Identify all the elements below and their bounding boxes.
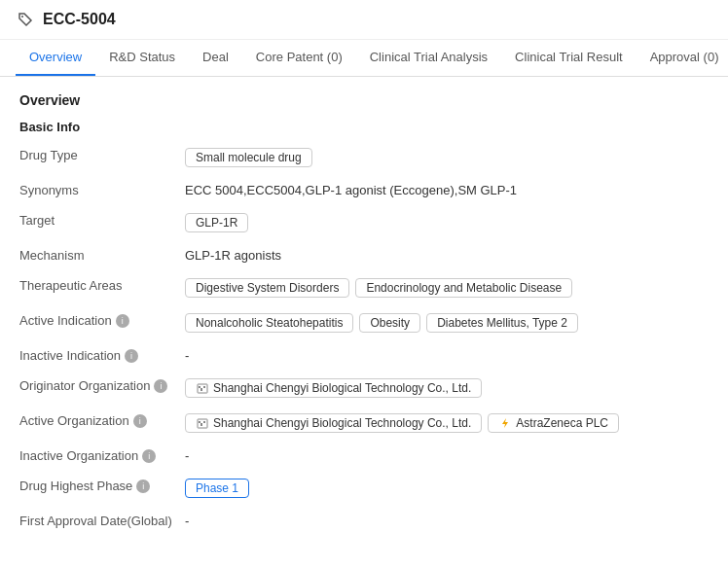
value-first-approval-date: - — [185, 514, 709, 528]
page-title: ECC-5004 — [43, 11, 116, 28]
label-inactive-org: Inactive Organizationi — [19, 448, 185, 463]
info-row-first-approval-date: First Approval Date(Global)- — [19, 514, 709, 528]
info-icon-inactive-indication[interactable]: i — [125, 349, 138, 363]
value-mechanism: GLP-1R agonists — [185, 248, 709, 263]
svg-rect-3 — [203, 386, 205, 388]
org-name: AstraZeneca PLC — [516, 416, 608, 430]
tag-icon — [16, 10, 35, 29]
label-synonyms: Synonyms — [19, 183, 185, 197]
org-name: Shanghai Chengyi Biological Technology C… — [213, 416, 471, 430]
badge-item: GLP-1R — [185, 213, 248, 232]
info-row-synonyms: SynonymsECC 5004,ECC5004,GLP-1 agonist (… — [19, 183, 709, 197]
value-inactive-indication: - — [185, 348, 709, 363]
basic-info-title: Basic Info — [19, 120, 709, 134]
label-therapeutic-areas: Therapeutic Areas — [19, 278, 185, 293]
building-icon — [196, 381, 209, 395]
label-target: Target — [19, 213, 185, 228]
tab-approval[interactable]: Approval (0) — [637, 40, 728, 76]
value-target: GLP-1R — [185, 213, 709, 232]
tab-core-patent[interactable]: Core Patent (0) — [242, 40, 356, 76]
info-row-inactive-indication: Inactive Indicationi- — [19, 348, 709, 363]
org-badge[interactable]: AstraZeneca PLC — [488, 413, 619, 433]
label-drug-highest-phase: Drug Highest Phasei — [19, 479, 185, 493]
value-originator-org: Shanghai Chengyi Biological Technology C… — [185, 378, 709, 398]
label-active-indication: Active Indicationi — [19, 313, 185, 328]
tab-deal[interactable]: Deal — [189, 40, 242, 76]
svg-rect-7 — [203, 421, 205, 423]
info-rows: Drug TypeSmall molecule drugSynonymsECC … — [19, 148, 709, 528]
tab-clinical-trial-result[interactable]: Clinical Trial Result — [501, 40, 637, 76]
svg-rect-2 — [200, 388, 202, 391]
text-value: - — [185, 448, 189, 463]
value-inactive-org: - — [185, 448, 709, 463]
text-value: - — [185, 514, 189, 528]
value-drug-type: Small molecule drug — [185, 148, 709, 167]
value-synonyms: ECC 5004,ECC5004,GLP-1 agonist (Eccogene… — [185, 183, 709, 197]
info-icon-active-org[interactable]: i — [133, 414, 147, 428]
label-originator-org: Originator Organizationi — [19, 378, 185, 393]
section-overview-title: Overview — [19, 92, 709, 108]
building-icon — [196, 416, 209, 430]
badge-item: Digestive System Disorders — [185, 278, 349, 298]
svg-rect-6 — [200, 423, 202, 426]
info-row-target: TargetGLP-1R — [19, 213, 709, 232]
label-first-approval-date: First Approval Date(Global) — [19, 514, 185, 528]
info-row-drug-highest-phase: Drug Highest PhaseiPhase 1 — [19, 479, 709, 498]
info-row-mechanism: MechanismGLP-1R agonists — [19, 248, 709, 263]
svg-point-0 — [21, 16, 23, 18]
text-value: - — [185, 348, 189, 363]
org-badge[interactable]: Shanghai Chengyi Biological Technology C… — [185, 413, 482, 433]
text-value: ECC 5004,ECC5004,GLP-1 agonist (Eccogene… — [185, 183, 517, 197]
org-name: Shanghai Chengyi Biological Technology C… — [213, 381, 471, 395]
info-row-active-org: Active OrganizationiShanghai Chengyi Bio… — [19, 413, 709, 433]
info-row-therapeutic-areas: Therapeutic AreasDigestive System Disord… — [19, 278, 709, 298]
text-value: GLP-1R agonists — [185, 248, 281, 263]
overview-content: Overview Basic Info Drug TypeSmall molec… — [0, 77, 728, 559]
label-active-org: Active Organizationi — [19, 413, 185, 428]
badge-item: Obesity — [359, 313, 420, 333]
badge-blue-item: Phase 1 — [185, 479, 249, 498]
tab-rd-status[interactable]: R&D Status — [95, 40, 189, 76]
info-row-active-indication: Active IndicationiNonalcoholic Steatohep… — [19, 313, 709, 333]
value-active-indication: Nonalcoholic SteatohepatitisObesityDiabe… — [185, 313, 709, 333]
badge-item: Small molecule drug — [185, 148, 312, 167]
label-inactive-indication: Inactive Indicationi — [19, 348, 185, 363]
tab-overview[interactable]: Overview — [16, 40, 95, 76]
label-drug-type: Drug Type — [19, 148, 185, 162]
label-mechanism: Mechanism — [19, 248, 185, 263]
info-row-inactive-org: Inactive Organizationi- — [19, 448, 709, 463]
value-active-org: Shanghai Chengyi Biological Technology C… — [185, 413, 709, 433]
page-header: ECC-5004 — [0, 0, 728, 40]
info-icon-drug-highest-phase[interactable]: i — [136, 479, 150, 493]
org-badge[interactable]: Shanghai Chengyi Biological Technology C… — [185, 378, 482, 398]
value-drug-highest-phase: Phase 1 — [185, 479, 709, 498]
lightning-icon — [498, 416, 512, 430]
svg-marker-9 — [502, 418, 508, 428]
badge-item: Diabetes Mellitus, Type 2 — [426, 313, 578, 333]
tab-bar: Overview R&D Status Deal Core Patent (0)… — [0, 40, 728, 77]
info-row-drug-type: Drug TypeSmall molecule drug — [19, 148, 709, 167]
svg-rect-4 — [199, 386, 200, 388]
badge-item: Nonalcoholic Steatohepatitis — [185, 313, 353, 333]
info-row-originator-org: Originator OrganizationiShanghai Chengyi… — [19, 378, 709, 398]
value-therapeutic-areas: Digestive System DisordersEndocrinology … — [185, 278, 709, 298]
info-icon-originator-org[interactable]: i — [154, 379, 167, 393]
badge-item: Endocrinology and Metabolic Disease — [355, 278, 572, 298]
tab-clinical-trial-analysis[interactable]: Clinical Trial Analysis — [356, 40, 501, 76]
info-icon-active-indication[interactable]: i — [116, 314, 129, 328]
svg-rect-8 — [199, 421, 200, 423]
info-icon-inactive-org[interactable]: i — [142, 449, 156, 463]
